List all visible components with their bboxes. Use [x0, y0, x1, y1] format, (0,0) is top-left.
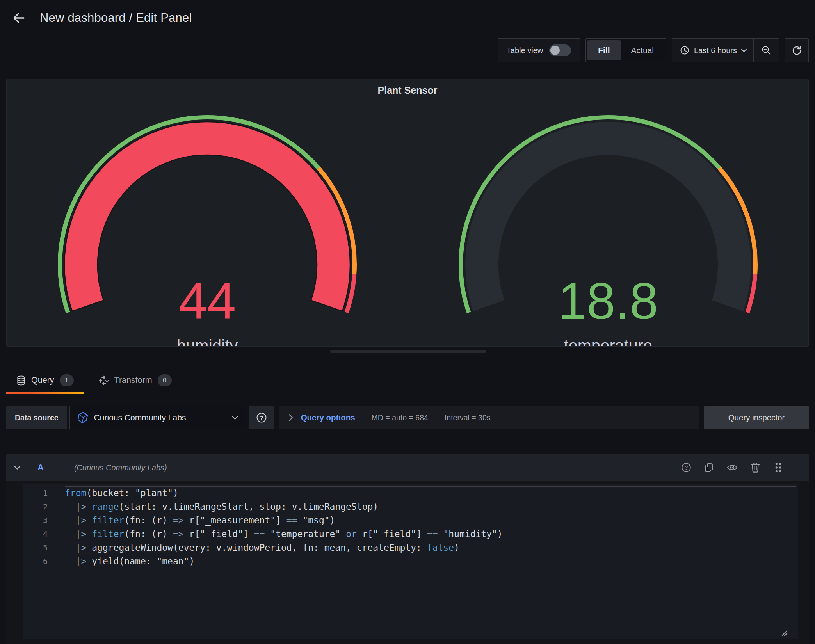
tab-query[interactable]: Query 1 [6, 367, 84, 394]
code-line-3: 3 |> filter(fn: (r) => r["_measurement"]… [23, 514, 798, 527]
table-view-group: Table view [498, 38, 580, 62]
eye-icon [727, 463, 738, 473]
toolbar: Table view Fill Actual Last 6 hours [0, 36, 815, 65]
table-view-toggle[interactable] [549, 44, 571, 56]
query-inspector-button[interactable]: Query inspector [704, 406, 809, 429]
line-number: 1 [23, 486, 65, 500]
zoom-out-time-button[interactable] [754, 39, 779, 62]
code-line-5: 5 |> aggregateWindow(every: v.windowPeri… [23, 541, 798, 555]
plant-sensor-panel: Plant Sensor 44humidity 18.8temperature [6, 79, 809, 347]
line-number: 2 [23, 500, 65, 514]
time-range-label: Last 6 hours [694, 46, 737, 55]
query-row-header[interactable]: A (Curious Community Labs) ? [6, 454, 809, 481]
panel-resize-handle[interactable] [330, 350, 486, 353]
actual-button[interactable]: Actual [621, 40, 664, 60]
toggle-visibility-button[interactable] [727, 462, 738, 473]
datasource-help-button[interactable]: ? [249, 406, 274, 429]
fill-button[interactable]: Fill [587, 40, 620, 60]
svg-text:?: ? [685, 464, 688, 471]
toggle-knob [550, 46, 560, 55]
datasource-name: Curious Community Labs [94, 413, 226, 422]
app-header: New dashboard / Edit Panel [0, 0, 815, 36]
delete-query-button[interactable] [750, 462, 761, 473]
query-datasource-hint: (Curious Community Labs) [74, 463, 167, 472]
chevron-down-icon [741, 48, 747, 53]
gauge-value: 44 [179, 272, 236, 330]
edit-tabs: Query 1 Transform 0 [0, 367, 815, 394]
refresh-icon [791, 45, 802, 56]
gauge-svg-temperature: 18.8temperature [408, 101, 808, 346]
fill-actual-group: Fill Actual [585, 38, 666, 62]
datasource-picker[interactable]: Curious Community Labs [69, 406, 246, 429]
editor-resize-grip[interactable] [781, 629, 788, 636]
refresh-button[interactable] [785, 38, 809, 62]
table-view-label: Table view [507, 46, 543, 55]
flux-query-editor[interactable]: 1from(bucket: "plant")2 |> range(start: … [23, 484, 798, 639]
time-range-picker[interactable]: Last 6 hours [680, 39, 753, 62]
query-help-button[interactable]: ? [681, 462, 692, 473]
query-ref-id: A [37, 463, 44, 473]
database-icon [16, 375, 26, 386]
time-range-group: Last 6 hours [672, 38, 779, 62]
gauge-value: 18.8 [558, 272, 658, 330]
gauge-svg-humidity: 44humidity [7, 101, 408, 346]
influxdb-icon [77, 411, 89, 424]
help-circle-icon: ? [256, 412, 267, 423]
zoom-out-icon [761, 45, 771, 55]
help-circle-icon: ? [681, 462, 692, 473]
line-number: 5 [23, 541, 65, 555]
resize-grip-icon [781, 629, 788, 636]
drag-handle-icon [774, 462, 783, 473]
grafana-edit-panel: { "header": { "title": "New dashboard / … [0, 0, 815, 644]
tab-transform-label: Transform [114, 375, 152, 385]
query-editor-card: A (Curious Community Labs) ? [6, 454, 809, 644]
collapse-chevron-icon [13, 465, 21, 470]
tab-query-count: 1 [60, 374, 74, 386]
chevron-right-icon [288, 414, 293, 422]
back-arrow-icon [12, 11, 26, 25]
gauge-label: temperature [564, 336, 652, 346]
chevron-down-icon [231, 415, 238, 420]
line-number: 3 [23, 514, 65, 527]
tab-query-label: Query [31, 375, 54, 385]
drag-query-handle[interactable] [773, 462, 784, 473]
trash-icon [750, 462, 760, 473]
duplicate-query-button[interactable] [704, 462, 715, 473]
query-options-label: Query options [301, 413, 355, 422]
gauge-humidity: 44humidity [7, 101, 408, 346]
code-line-4: 4 |> filter(fn: (r) => r["_field"] == "t… [23, 527, 798, 541]
tab-transform[interactable]: Transform 0 [89, 367, 182, 394]
query-row-actions: ? [681, 462, 802, 473]
line-number: 6 [23, 555, 65, 568]
interval-stat: Interval = 30s [445, 413, 491, 422]
tab-transform-count: 0 [158, 374, 172, 386]
max-datapoints-stat: MD = auto = 684 [372, 413, 428, 422]
gauge-container: 44humidity 18.8temperature [7, 101, 808, 346]
datasource-row: Data source Curious Community Labs ? Que… [6, 406, 809, 429]
datasource-label: Data source [6, 406, 67, 429]
transform-icon [99, 375, 109, 386]
gauge-temperature: 18.8temperature [408, 101, 808, 346]
panel-title: Plant Sensor [7, 79, 808, 101]
line-number: 4 [23, 527, 65, 541]
code-line-2: 2 |> range(start: v.timeRangeStart, stop… [23, 500, 798, 514]
code-line-6: 6 |> yield(name: "mean") [23, 555, 798, 568]
copy-icon [704, 462, 715, 473]
gauge-label: humidity [177, 336, 238, 346]
query-options-toggle[interactable]: Query options MD = auto = 684 Interval =… [279, 406, 699, 429]
clock-icon [680, 46, 689, 55]
back-button[interactable] [12, 11, 26, 25]
code-lines: 1from(bucket: "plant")2 |> range(start: … [23, 484, 798, 568]
code-line-1: 1from(bucket: "plant") [23, 486, 798, 500]
page-title: New dashboard / Edit Panel [40, 11, 192, 25]
svg-text:?: ? [260, 415, 263, 421]
